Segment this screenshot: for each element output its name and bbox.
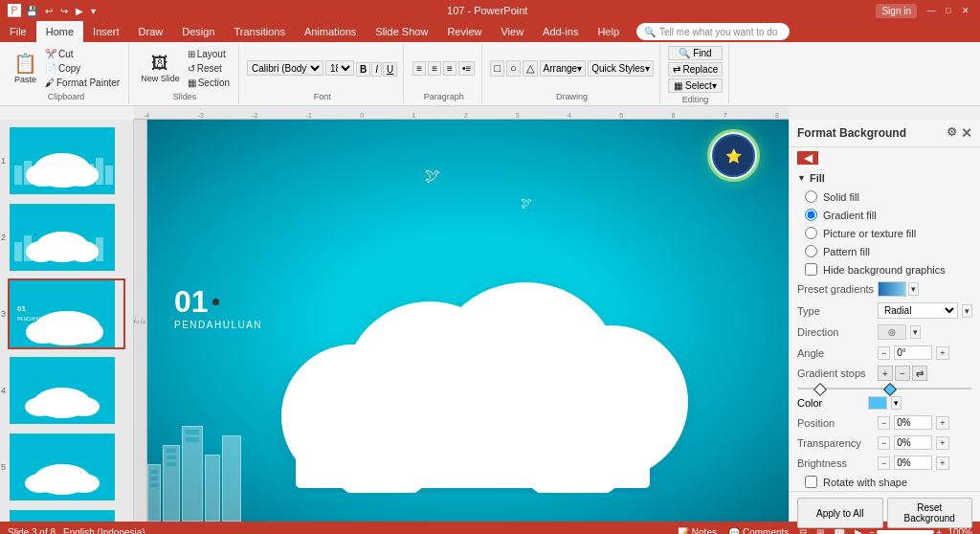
maximize-btn[interactable]: □ <box>942 4 955 17</box>
fill-section-title[interactable]: ▼ Fill <box>790 168 980 188</box>
tab-view[interactable]: View <box>491 21 533 42</box>
italic-button[interactable]: I <box>371 62 382 77</box>
preset-gradient-btn[interactable] <box>878 281 906 297</box>
find-button[interactable]: 🔍 Find <box>668 46 723 60</box>
save-quick-btn[interactable]: 💾 <box>23 5 40 17</box>
notes-btn[interactable]: 📝 Notes <box>674 526 721 535</box>
format-painter-button[interactable]: 🖌 Format Painter <box>42 77 122 89</box>
transparency-input[interactable] <box>894 435 932 450</box>
angle-input[interactable] <box>894 345 932 360</box>
minimize-btn[interactable]: — <box>924 4 938 17</box>
slide-thumb-4[interactable]: 4 <box>8 355 125 426</box>
present-quick-btn[interactable]: ▶ <box>73 5 86 17</box>
shape-btn-2[interactable]: ○ <box>506 60 521 77</box>
position-increase-btn[interactable]: + <box>936 416 948 430</box>
gradient-bar[interactable] <box>797 388 972 389</box>
hide-bg-option[interactable]: Hide background graphics <box>790 260 980 278</box>
zoom-out-btn[interactable]: − <box>869 527 875 535</box>
slide-thumb-1[interactable]: 1 <box>8 125 125 196</box>
close-btn[interactable]: ✕ <box>959 4 972 17</box>
hide-bg-checkbox[interactable] <box>805 263 817 276</box>
arrange-button[interactable]: Arrange▾ <box>540 60 587 77</box>
section-button[interactable]: ▦ Section <box>185 77 233 89</box>
main-slide-canvas[interactable]: 🕊 🕊 01 PENDAHULUAN <box>147 120 789 522</box>
brightness-input[interactable] <box>894 456 932 470</box>
undo-quick-btn[interactable]: ↩ <box>42 5 56 17</box>
view-reading-btn[interactable]: 📖 <box>831 526 848 535</box>
tab-design[interactable]: Design <box>172 21 224 42</box>
slide-thumb-3[interactable]: 3 01 PENDAHULUAN <box>8 278 125 349</box>
position-input[interactable] <box>894 415 932 430</box>
color-dropdown-btn[interactable]: ▾ <box>891 396 902 410</box>
replace-button[interactable]: ⇄ Replace <box>668 62 723 77</box>
gradient-fill-radio[interactable] <box>805 209 817 221</box>
select-button[interactable]: ▦ Select▾ <box>668 78 723 93</box>
rotate-with-shape-option[interactable]: Rotate with shape <box>790 473 980 491</box>
slide-thumb-6[interactable]: 6 <box>8 508 125 522</box>
font-select[interactable]: Calibri (Body) <box>247 60 323 76</box>
align-center-button[interactable]: ≡ <box>428 61 441 76</box>
bold-button[interactable]: B <box>356 62 370 77</box>
view-normal-btn[interactable]: ⊟ <box>796 526 810 535</box>
solid-fill-option[interactable]: Solid fill <box>790 188 980 206</box>
font-size-select[interactable]: 18 <box>325 60 354 76</box>
angle-increase-btn[interactable]: + <box>936 346 948 360</box>
solid-fill-radio[interactable] <box>805 190 817 203</box>
remove-stop-btn[interactable]: − <box>895 366 910 381</box>
zoom-in-btn[interactable]: + <box>936 527 942 535</box>
type-select[interactable]: Radial <box>878 302 958 319</box>
apply-to-all-button[interactable]: Apply to All <box>797 498 883 528</box>
bullet-button[interactable]: •≡ <box>458 61 475 76</box>
trans-decrease-btn[interactable]: − <box>878 436 890 450</box>
tab-help[interactable]: Help <box>588 21 629 42</box>
reset-button[interactable]: ↺ Reset <box>185 62 233 75</box>
tab-insert[interactable]: Insert <box>83 21 129 42</box>
reset-background-button[interactable]: Reset Background <box>887 498 973 528</box>
slide-thumb-2[interactable]: 2 <box>8 202 125 273</box>
tab-draw[interactable]: Draw <box>129 21 173 42</box>
trans-increase-btn[interactable]: + <box>936 436 948 450</box>
tab-slideshow[interactable]: Slide Show <box>366 21 437 42</box>
shape-btn-3[interactable]: △ <box>523 60 538 77</box>
bright-decrease-btn[interactable]: − <box>878 456 890 470</box>
gradient-fill-option[interactable]: Gradient fill <box>790 206 980 224</box>
view-present-btn[interactable]: ▶ <box>852 526 865 535</box>
tab-addins[interactable]: Add-ins <box>533 21 588 42</box>
paste-button[interactable]: 📋 Paste <box>10 50 41 86</box>
shape-btn-1[interactable]: □ <box>490 60 504 77</box>
add-stop-btn[interactable]: + <box>878 366 893 381</box>
color-swatch[interactable] <box>868 396 887 410</box>
panel-settings-icon[interactable]: ⚙ <box>947 125 957 141</box>
bright-increase-btn[interactable]: + <box>936 456 948 470</box>
panel-close-icon[interactable]: ✕ <box>961 125 972 141</box>
sign-in-btn[interactable]: Sign in <box>876 4 917 18</box>
tell-me-text[interactable]: Tell me what you want to do <box>659 27 777 37</box>
type-options-btn[interactable]: ▾ <box>962 304 972 318</box>
slide-thumb-5[interactable]: 5 <box>8 432 125 502</box>
angle-decrease-btn[interactable]: − <box>878 346 890 360</box>
format-panel-back-btn[interactable]: ◀ <box>797 151 818 165</box>
copy-button[interactable]: 📄 Copy <box>42 62 122 75</box>
align-left-button[interactable]: ≡ <box>412 61 426 76</box>
view-slide-btn[interactable]: ⊞ <box>813 526 827 535</box>
tab-transitions[interactable]: Transitions <box>225 21 295 42</box>
quick-styles-button[interactable]: Quick Styles▾ <box>588 60 654 77</box>
picture-texture-option[interactable]: Picture or texture fill <box>790 224 980 242</box>
layout-button[interactable]: ⊞ Layout <box>185 48 233 60</box>
tell-me-bar[interactable]: 🔍 Tell me what you want to do <box>636 23 790 40</box>
direction-btn[interactable]: ◎ <box>878 324 906 340</box>
new-slide-button[interactable]: 🖼 New Slide <box>137 52 184 85</box>
picture-texture-radio[interactable] <box>805 227 817 239</box>
tab-home[interactable]: Home <box>36 21 83 42</box>
comments-btn[interactable]: 💬 Comments <box>724 526 792 535</box>
rotate-with-shape-checkbox[interactable] <box>805 476 817 488</box>
pattern-fill-radio[interactable] <box>805 245 817 257</box>
reverse-stops-btn[interactable]: ⇄ <box>912 366 927 381</box>
redo-quick-btn[interactable]: ↪ <box>57 5 71 17</box>
tab-review[interactable]: Review <box>437 21 491 42</box>
pattern-fill-option[interactable]: Pattern fill <box>790 242 980 260</box>
cut-button[interactable]: ✂️ Cut <box>42 48 122 60</box>
dropdown-quick-btn[interactable]: ▾ <box>88 5 99 17</box>
direction-dropdown-btn[interactable]: ▾ <box>910 325 921 339</box>
position-decrease-btn[interactable]: − <box>878 416 890 430</box>
